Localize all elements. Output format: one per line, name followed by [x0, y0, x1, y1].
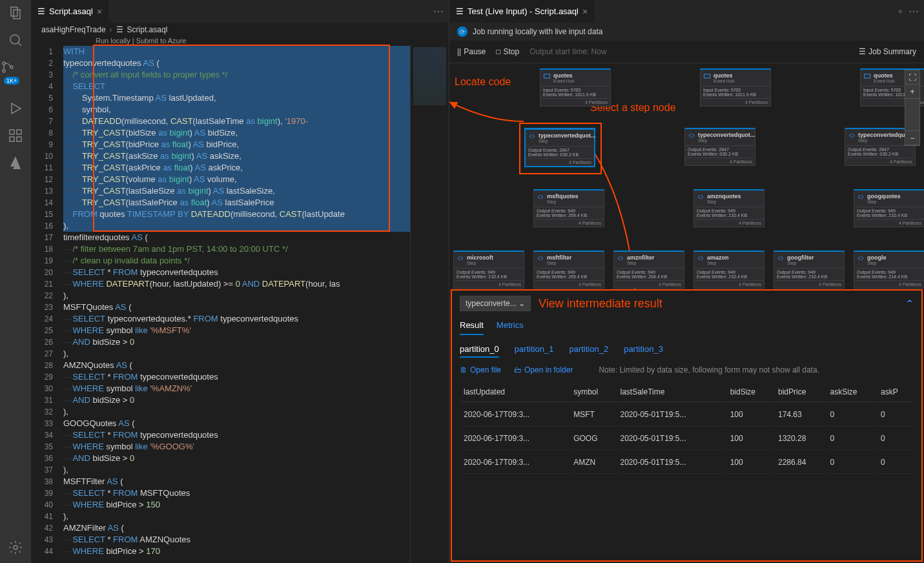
files-icon[interactable]	[8, 5, 23, 21]
close-icon[interactable]: ×	[97, 6, 102, 17]
editor-tabs-right: ☰ Test (Live Input) - Script.asaql × ▫⋯	[449, 0, 924, 23]
partition-tabs: partition_0partition_1partition_2partiti…	[460, 344, 914, 358]
minimap[interactable]	[410, 45, 449, 563]
svg-rect-8	[10, 130, 14, 134]
result-tabs: Result Metrics	[460, 320, 914, 335]
partition-tab[interactable]: partition_1	[515, 344, 554, 358]
pause-button[interactable]: ||Pause	[457, 47, 486, 56]
settings-icon[interactable]	[8, 540, 23, 555]
collapse-icon[interactable]: ⌃	[905, 298, 914, 310]
codelens-submit[interactable]: Submit to Azure	[136, 37, 187, 45]
tab-result[interactable]: Result	[460, 320, 484, 335]
breadcrumb[interactable]: asaHighFreqTrade › ☰ Script.asaql	[31, 23, 449, 37]
status-bar: ⟳ Job running locally with live input da…	[449, 23, 924, 41]
annotation-view: View intermediate result	[539, 297, 662, 311]
results-table: lastUpdatedsymbollastSaleTimebidSizebidP…	[460, 381, 914, 475]
node-amazon[interactable]: amazonStepOutput Events: 949Events Writt…	[693, 251, 765, 289]
tab-metrics[interactable]: Metrics	[497, 320, 524, 335]
table-row[interactable]: 2020-06-17T09:3...AMZN2020-05-01T19:5...…	[461, 451, 912, 474]
open-file-button[interactable]: 🗎Open file	[460, 365, 501, 374]
open-folder-button[interactable]: 🗁Open in folder	[514, 365, 573, 374]
job-diagram[interactable]: Locate code Select a step node quotesEve…	[449, 63, 924, 289]
svg-rect-14	[704, 74, 710, 78]
annotation-locate: Locate code	[455, 76, 511, 88]
svg-point-5	[3, 70, 5, 72]
tab-actions[interactable]: ▫⋯	[898, 5, 924, 17]
list-icon: ☰	[859, 47, 866, 56]
chevron-right-icon: ›	[110, 25, 112, 34]
breadcrumb-folder: asaHighFreqTrade	[41, 25, 106, 34]
partition-tab[interactable]: partition_2	[569, 344, 608, 358]
zoom-out-button[interactable]: −	[905, 131, 919, 145]
svg-rect-13	[544, 74, 550, 78]
zoom-slider[interactable]	[905, 99, 919, 131]
table-row[interactable]: 2020-06-17T09:3...GOOG2020-05-01T19:5...…	[461, 427, 912, 450]
node-microsoft[interactable]: microsoftStepOutput Events: 949Events Wr…	[453, 251, 524, 289]
highlight-box-code	[93, 45, 390, 232]
status-message: Job running locally with live input data	[473, 27, 602, 36]
tab-script[interactable]: ☰ Script.asaql ×	[31, 0, 109, 23]
stop-icon: □	[496, 47, 500, 56]
svg-point-4	[3, 62, 5, 65]
activity-bar: 1K+	[0, 0, 31, 563]
partition-tab[interactable]: partition_0	[460, 344, 499, 358]
azure-icon[interactable]	[8, 155, 23, 170]
svg-rect-10	[10, 137, 14, 141]
run-debug-icon[interactable]	[8, 101, 23, 116]
search-icon[interactable]	[8, 32, 23, 48]
chevron-down-icon: ⌄	[518, 299, 525, 308]
sync-icon: ⟳	[457, 26, 467, 37]
svg-rect-15	[865, 74, 870, 78]
source-control-badge: 1K+	[4, 77, 19, 85]
file-actions: 🗎Open file 🗁Open in folder Note: Limited…	[460, 365, 914, 374]
stop-button[interactable]: □Stop	[496, 47, 519, 56]
editor-pane-right: ☰ Test (Live Input) - Script.asaql × ▫⋯ …	[449, 0, 924, 563]
tab-label: Test (Live Input) - Script.asaql	[467, 6, 579, 16]
source-control-icon[interactable]: 1K+	[0, 59, 31, 89]
file-icon: ☰	[456, 6, 464, 16]
output-start-label: Output start time: Now	[529, 47, 606, 56]
zoom-fit-button[interactable]: ⛶	[905, 70, 919, 85]
node-googquotes[interactable]: googquotesStepOutput Events: 949Events W…	[854, 189, 924, 227]
svg-point-12	[14, 546, 17, 549]
svg-rect-11	[17, 137, 21, 141]
svg-line-3	[18, 43, 21, 46]
file-icon: 🗎	[460, 365, 467, 374]
node-googfilter[interactable]: googfilterStepOutput Events: 949Events W…	[774, 251, 845, 289]
node-msftfilter[interactable]: msftfilterStepOutput Events: 949Events W…	[533, 251, 604, 289]
svg-point-2	[10, 35, 19, 44]
table-header: lastUpdatedsymbollastSaleTimebidSizebidP…	[461, 382, 912, 402]
zoom-in-button[interactable]: +	[905, 85, 919, 99]
test-toolbar: ||Pause □Stop Output start time: Now ☰Jo…	[449, 41, 924, 63]
node-amznquotes[interactable]: amznquotesStepOutput Events: 949Events W…	[693, 189, 765, 227]
zoom-controls: ⛶ + −	[905, 70, 920, 146]
tab-label: Script.asaql	[49, 6, 93, 16]
codelens-run-local[interactable]: Run locally	[96, 37, 130, 45]
tab-actions[interactable]: ⋯	[433, 5, 449, 17]
editor-tabs: ☰ Script.asaql × ⋯	[31, 0, 449, 23]
svg-rect-9	[17, 130, 21, 134]
partition-tab[interactable]: partition_3	[624, 344, 663, 358]
note-label: Note: Limited by data size, following fo…	[599, 365, 819, 374]
node-typeconverted[interactable]: typeconvertedquot...StepOutput Events: 2…	[524, 128, 595, 167]
code-editor[interactable]: 1234567891011121314151617181920212223242…	[31, 45, 449, 563]
close-icon[interactable]: ×	[582, 6, 588, 17]
breadcrumb-file: Script.asaql	[127, 25, 168, 34]
node-amznfilter[interactable]: amznfilterStepOutput Events: 949Events W…	[613, 251, 684, 289]
step-dropdown[interactable]: typeconverte...⌄	[460, 296, 531, 311]
job-summary-button[interactable]: ☰Job Summary	[859, 47, 916, 56]
file-icon: ☰	[37, 6, 45, 16]
node-quotes[interactable]: quotesEvent HubInput Events: 5705Events …	[700, 68, 771, 107]
editor-pane-left: ☰ Script.asaql × ⋯ asaHighFreqTrade › ☰ …	[31, 0, 449, 563]
svg-rect-0	[11, 7, 17, 16]
line-gutter: 1234567891011121314151617181920212223242…	[31, 45, 63, 563]
folder-icon: 🗁	[514, 365, 522, 374]
extensions-icon[interactable]	[8, 128, 23, 143]
table-row[interactable]: 2020-06-17T09:3...MSFT2020-05-01T19:5...…	[461, 404, 912, 426]
node-msftquotes[interactable]: msftquotesStepOutput Events: 949Events W…	[533, 189, 604, 227]
node-quotes[interactable]: quotesEvent HubInput Events: 5705Events …	[540, 68, 611, 107]
results-panel: typeconverte...⌄ View intermediate resul…	[451, 289, 923, 562]
node-google[interactable]: googleStepOutput Events: 949Events Writt…	[854, 251, 924, 289]
node-typeconverted[interactable]: typeconvertedquot...StepOutput Events: 2…	[684, 128, 755, 166]
tab-test-live[interactable]: ☰ Test (Live Input) - Script.asaql ×	[449, 0, 595, 23]
